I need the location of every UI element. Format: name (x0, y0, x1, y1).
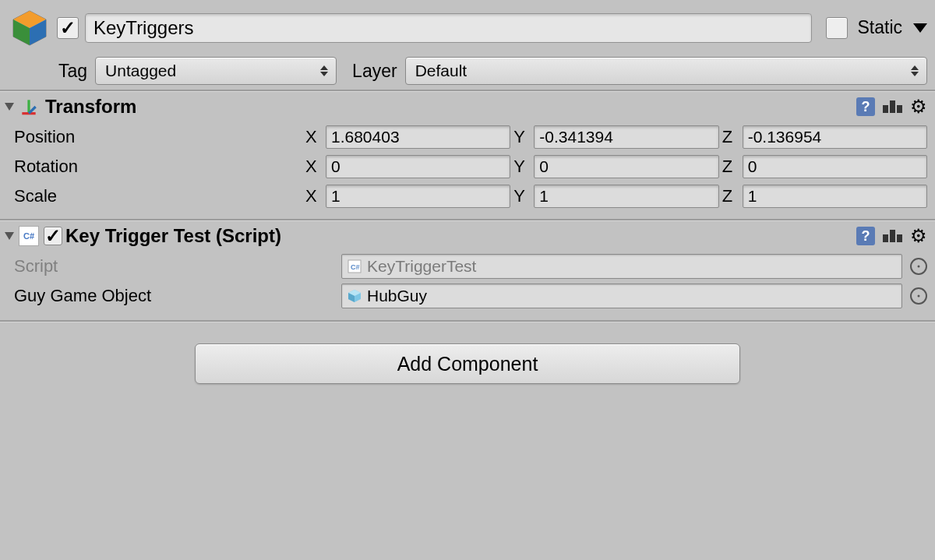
axis-z-label[interactable]: Z (719, 186, 743, 206)
axis-x-label[interactable]: X (302, 157, 326, 177)
preset-icon[interactable] (883, 230, 902, 242)
svg-text:C#: C# (351, 263, 360, 271)
position-z-input[interactable]: -0.136954 (743, 125, 927, 149)
scale-y-input[interactable]: 1 (534, 185, 718, 208)
transform-header[interactable]: Transform ? ⚙︎ (0, 91, 935, 121)
transform-fields: Position X1.680403 Y-0.341394 Z-0.136954… (0, 121, 935, 219)
tag-label: Tag (58, 61, 87, 82)
layer-label: Layer (352, 61, 397, 82)
axis-x-label[interactable]: X (302, 186, 326, 206)
script-fields: Script C# KeyTriggerTest Guy Game Object (0, 250, 935, 320)
tag-dropdown[interactable]: Untagged (95, 57, 337, 85)
rotation-label: Rotation (14, 157, 302, 177)
gameobject-cube-icon (8, 6, 51, 49)
prefab-cube-icon (347, 288, 362, 304)
scale-label: Scale (14, 186, 302, 206)
csharp-mini-icon: C# (347, 259, 362, 274)
rotation-z-input[interactable]: 0 (743, 155, 927, 178)
component-enabled-checkbox[interactable] (44, 227, 62, 245)
preset-icon[interactable] (883, 100, 902, 113)
script-field-value: C# KeyTriggerTest (341, 254, 902, 279)
position-label: Position (14, 127, 302, 147)
axis-y-label[interactable]: Y (510, 127, 534, 147)
foldout-icon[interactable] (5, 232, 14, 240)
guy-gameobject-field[interactable]: HubGuy (341, 284, 902, 308)
layer-dropdown[interactable]: Default (405, 57, 927, 85)
axis-z-label[interactable]: Z (719, 157, 743, 177)
script-component-title: Key Trigger Test (Script) (65, 225, 281, 247)
object-picker-icon[interactable] (910, 287, 927, 305)
axis-x-label[interactable]: X (302, 127, 326, 147)
rotation-x-input[interactable]: 0 (326, 155, 510, 178)
transform-icon (19, 97, 39, 117)
static-checkbox[interactable] (826, 17, 848, 39)
help-icon[interactable]: ? (856, 97, 875, 116)
guy-gameobject-label: Guy Game Object (14, 286, 341, 306)
rotation-y-input[interactable]: 0 (534, 155, 718, 178)
static-label: Static (857, 17, 902, 38)
static-dropdown-icon[interactable] (913, 23, 927, 33)
script-name: KeyTriggerTest (367, 257, 476, 276)
script-component-header[interactable]: C# Key Trigger Test (Script) ? ⚙︎ (0, 220, 935, 250)
gear-icon[interactable]: ⚙︎ (910, 97, 927, 116)
script-field-label: Script (14, 256, 341, 276)
object-picker-icon[interactable] (910, 258, 927, 275)
active-checkbox[interactable] (57, 17, 79, 39)
gameobject-header: KeyTriggers Static Tag Untagged Layer De… (0, 0, 935, 90)
tag-value: Untagged (105, 62, 176, 80)
axis-y-label[interactable]: Y (510, 186, 534, 206)
guy-gameobject-value: HubGuy (367, 287, 427, 305)
layer-value: Default (415, 62, 468, 80)
foldout-icon[interactable] (5, 103, 14, 111)
transform-title: Transform (45, 96, 136, 118)
help-icon[interactable]: ? (856, 227, 875, 245)
axis-y-label[interactable]: Y (510, 157, 534, 177)
position-y-input[interactable]: -0.341394 (534, 125, 718, 149)
inspector-panel: KeyTriggers Static Tag Untagged Layer De… (0, 0, 935, 415)
scale-z-input[interactable]: 1 (743, 185, 927, 208)
csharp-script-icon: C# (19, 226, 39, 246)
axis-z-label[interactable]: Z (719, 127, 743, 147)
scale-x-input[interactable]: 1 (326, 185, 510, 208)
gear-icon[interactable]: ⚙︎ (910, 227, 927, 245)
add-component-button[interactable]: Add Component (195, 343, 740, 384)
gameobject-name-input[interactable]: KeyTriggers (85, 13, 812, 43)
position-x-input[interactable]: 1.680403 (326, 125, 510, 149)
